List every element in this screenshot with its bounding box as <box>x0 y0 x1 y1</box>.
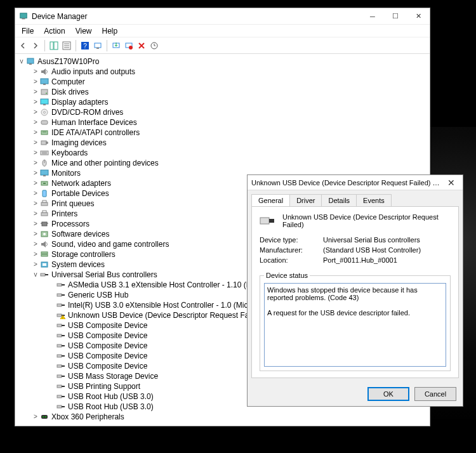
tree-item-label: USB Composite Device <box>68 320 147 331</box>
dialog-title: Unknown USB Device (Device Descriptor Re… <box>251 179 444 187</box>
expand-icon[interactable]: > <box>32 77 39 87</box>
expand-icon[interactable]: v <box>18 56 25 67</box>
tree-item-9[interactable]: >Mice and other pointing devices <box>15 158 430 168</box>
type-value: Universal Serial Bus controllers <box>323 236 420 244</box>
svg-rect-80 <box>57 385 62 388</box>
expand-icon[interactable]: > <box>32 117 39 128</box>
back-icon[interactable] <box>18 41 28 51</box>
help-icon[interactable]: ? <box>80 41 90 51</box>
tab-events[interactable]: Events <box>356 194 392 206</box>
tree-item-1[interactable]: >Computer <box>15 77 430 87</box>
svg-rect-0 <box>20 13 27 18</box>
usb-warn-icon: ! <box>56 311 66 320</box>
expand-icon[interactable]: > <box>32 138 39 148</box>
tree-item-label: Computer <box>51 77 85 87</box>
tree-item-4[interactable]: >DVD/CD-ROM drives <box>15 107 430 117</box>
usb-icon <box>56 291 66 299</box>
usb-icon <box>56 362 66 371</box>
device-name: Unknown USB Device (Device Descriptor Re… <box>282 213 451 228</box>
uninstall-icon[interactable] <box>124 41 134 51</box>
tree-item-8[interactable]: >Keyboards <box>15 148 430 158</box>
properties-icon[interactable] <box>62 41 72 51</box>
svg-rect-41 <box>43 190 46 197</box>
expand-icon[interactable]: > <box>32 87 39 97</box>
app-icon <box>19 12 28 21</box>
close-button[interactable]: ✕ <box>407 8 430 25</box>
svg-rect-81 <box>62 386 65 387</box>
tree-item-0[interactable]: >Audio inputs and outputs <box>15 67 430 77</box>
svg-rect-89 <box>260 218 269 224</box>
expand-icon[interactable]: > <box>32 168 39 178</box>
location-value: Port_#0011.Hub_#0001 <box>323 256 397 264</box>
expand-icon[interactable]: > <box>32 259 39 270</box>
expand-icon[interactable]: > <box>32 107 39 117</box>
usb-icon <box>56 280 66 289</box>
cancel-button[interactable]: Cancel <box>414 387 456 401</box>
svg-rect-63 <box>62 305 65 306</box>
scan-icon[interactable] <box>93 41 103 51</box>
pc-icon <box>25 57 36 66</box>
menu-action[interactable]: Action <box>39 25 70 37</box>
menu-help[interactable]: Help <box>97 25 123 37</box>
tree-item-label: USB Root Hub (USB 3.0) <box>68 391 154 402</box>
scan-hardware-icon[interactable] <box>149 41 159 51</box>
usb-icon <box>56 402 66 411</box>
svg-rect-53 <box>41 254 48 256</box>
expand-icon[interactable]: > <box>32 239 39 249</box>
expand-icon[interactable]: > <box>32 178 39 188</box>
svg-rect-75 <box>62 355 65 357</box>
tree-item-label: Network adapters <box>51 178 111 188</box>
expand-icon[interactable]: > <box>32 188 39 199</box>
show-hide-tree-icon[interactable] <box>49 41 59 51</box>
tab-general[interactable]: General <box>251 194 290 206</box>
tree-item-2[interactable]: >Disk drives <box>15 87 430 97</box>
expand-icon[interactable]: > <box>32 199 39 209</box>
expand-icon[interactable]: > <box>32 97 39 107</box>
window-title: Device Manager <box>32 12 87 21</box>
svg-marker-51 <box>41 241 46 247</box>
svg-rect-37 <box>41 170 48 175</box>
tab-details[interactable]: Details <box>321 194 357 206</box>
expand-icon[interactable]: > <box>32 249 39 259</box>
tree-item-7[interactable]: >Imaging devices <box>15 138 430 148</box>
tree-root[interactable]: vAsusZ170W10Pro <box>15 56 430 67</box>
tree-item-6[interactable]: >IDE ATA/ATAPI controllers <box>15 128 430 138</box>
svg-rect-28 <box>41 131 48 135</box>
svg-rect-76 <box>57 365 62 367</box>
menu-view[interactable]: View <box>70 25 97 37</box>
maximize-button[interactable]: ☐ <box>384 8 407 25</box>
dialog-titlebar: Unknown USB Device (Device Descriptor Re… <box>248 175 463 190</box>
expand-icon[interactable]: > <box>32 219 39 229</box>
tree-item-xbox[interactable]: >Xbox 360 Peripherals <box>15 412 430 422</box>
forward-icon[interactable] <box>30 41 41 51</box>
expand-icon[interactable]: > <box>32 412 39 422</box>
tree-item-label: AsusZ170W10Pro <box>37 56 99 67</box>
expand-icon[interactable]: > <box>32 67 39 77</box>
tree-item-3[interactable]: >Display adapters <box>15 97 430 107</box>
expand-icon[interactable]: > <box>32 128 39 138</box>
print-icon <box>39 199 50 208</box>
expand-icon[interactable]: > <box>32 158 39 168</box>
monitor-icon <box>39 169 50 178</box>
tree-item-5[interactable]: >Human Interface Devices <box>15 117 430 128</box>
portable-icon <box>39 189 50 198</box>
svg-rect-71 <box>62 335 65 336</box>
menu-file[interactable]: File <box>17 25 39 37</box>
update-driver-icon[interactable] <box>111 41 121 51</box>
svg-point-50 <box>43 233 46 235</box>
device-status-text[interactable] <box>264 283 446 367</box>
manufacturer-value: (Standard USB Host Controller) <box>323 246 421 254</box>
minimize-button[interactable]: ─ <box>361 8 384 25</box>
svg-marker-18 <box>41 69 46 75</box>
tab-driver[interactable]: Driver <box>289 194 322 206</box>
svg-rect-30 <box>41 141 46 145</box>
svg-rect-68 <box>57 324 62 327</box>
disable-icon[interactable] <box>136 41 147 51</box>
ok-button[interactable]: OK <box>367 387 409 401</box>
dialog-close-button[interactable]: ✕ <box>444 178 459 188</box>
expand-icon[interactable]: > <box>32 209 39 219</box>
expand-icon[interactable]: > <box>32 229 39 239</box>
tree-item-label: USB Composite Device <box>68 341 147 351</box>
expand-icon[interactable]: > <box>32 148 39 158</box>
expand-icon[interactable]: v <box>32 270 39 280</box>
